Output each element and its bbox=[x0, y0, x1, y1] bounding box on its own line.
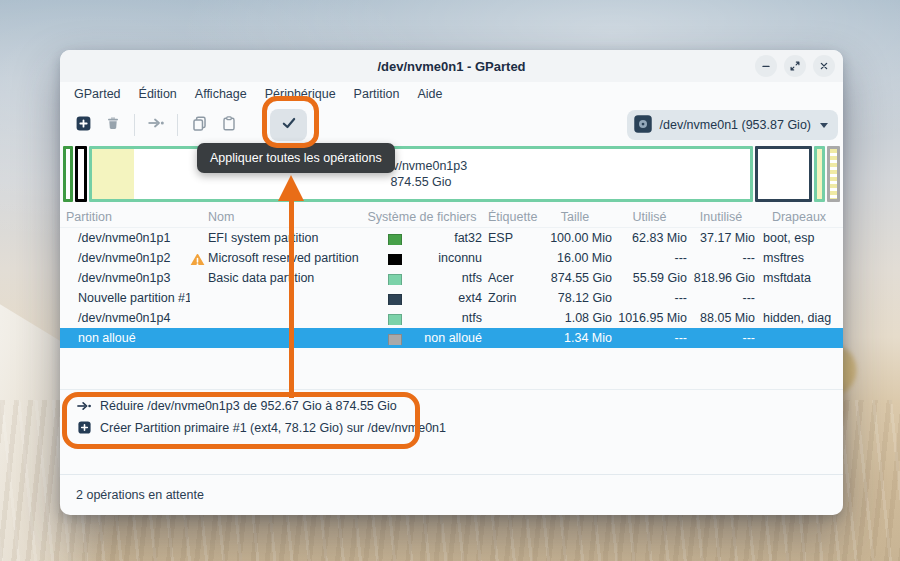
menu-gparted[interactable]: GParted bbox=[65, 87, 130, 101]
filesystem-color-swatch bbox=[388, 334, 402, 345]
cell-filesystem: inconnu bbox=[360, 251, 484, 265]
header-partition[interactable]: Partition bbox=[60, 210, 190, 224]
cell-utilise: 62.83 Mio bbox=[612, 231, 687, 245]
table-row[interactable]: /dev/nvme0n1p4 ntfs 1.08 Gio 1016.95 Mio… bbox=[60, 308, 843, 328]
apply-operations-button[interactable] bbox=[270, 109, 307, 141]
filesystem-color-swatch bbox=[388, 314, 402, 325]
maximize-icon bbox=[789, 60, 801, 72]
cell-drapeaux: msftres bbox=[755, 251, 843, 265]
cell-taille: 874.55 Gio bbox=[538, 271, 612, 285]
header-etiquette[interactable]: Étiquette bbox=[484, 210, 538, 224]
menu-bar: GParted Édition Affichage Périphérique P… bbox=[60, 82, 843, 106]
device-selector-label: /dev/nvme0n1 (953.87 Gio) bbox=[660, 118, 811, 132]
disk-segment-nvme0n1p2[interactable] bbox=[75, 146, 87, 202]
disk-segment-non-alloue[interactable] bbox=[827, 146, 840, 202]
minimize-icon bbox=[760, 60, 772, 72]
copy-button[interactable] bbox=[184, 110, 214, 140]
header-drapeaux[interactable]: Drapeaux bbox=[755, 210, 843, 224]
header-taille[interactable]: Taille bbox=[538, 210, 612, 224]
table-row[interactable]: Nouvelle partition #1 ext4 Zorin 78.12 G… bbox=[60, 288, 843, 308]
cell-taille: 1.34 Mio bbox=[538, 331, 612, 345]
toolbar: /dev/nvme0n1 (953.87 Gio) bbox=[60, 106, 843, 144]
cell-partition: /dev/nvme0n1p2 bbox=[60, 251, 190, 265]
cell-partition: /dev/nvme0n1p1 bbox=[60, 231, 190, 245]
close-button[interactable] bbox=[813, 55, 835, 77]
header-utilise[interactable]: Utilisé bbox=[612, 210, 687, 224]
menu-aide[interactable]: Aide bbox=[408, 87, 451, 101]
cell-taille: 1.08 Gio bbox=[538, 311, 612, 325]
paste-icon bbox=[221, 115, 237, 136]
minimize-button[interactable] bbox=[755, 55, 777, 77]
cell-inutilise: 37.17 Mio bbox=[687, 231, 755, 245]
disk-segment-nvme0n1p1[interactable] bbox=[63, 146, 73, 202]
cell-utilise: 55.59 Gio bbox=[612, 271, 687, 285]
cell-utilise: --- bbox=[612, 291, 687, 305]
filesystem-color-swatch bbox=[388, 254, 402, 265]
cell-partition: Nouvelle partition #1 bbox=[60, 291, 190, 305]
new-partition-icon bbox=[76, 420, 92, 436]
gparted-window: /dev/nvme0n1 - GParted GParted Édition A… bbox=[60, 50, 843, 515]
device-selector[interactable]: /dev/nvme0n1 (953.87 Gio) bbox=[627, 110, 838, 140]
menu-partition[interactable]: Partition bbox=[345, 87, 409, 101]
cell-inutilise: --- bbox=[687, 251, 755, 265]
cell-drapeaux: msftdata bbox=[755, 271, 843, 285]
table-header: Partition Nom Système de fichiers Étique… bbox=[60, 206, 843, 228]
menu-affichage[interactable]: Affichage bbox=[186, 87, 256, 101]
toolbar-separator bbox=[134, 114, 135, 136]
filesystem-color-swatch bbox=[388, 294, 402, 305]
cell-etiquette: Zorin bbox=[484, 291, 538, 305]
apply-check-icon bbox=[280, 114, 298, 136]
copy-icon bbox=[191, 115, 208, 136]
pending-operation-row[interactable]: Créer Partition primaire #1 (ext4, 78.12… bbox=[60, 417, 843, 439]
cell-drapeaux: boot, esp bbox=[755, 231, 843, 245]
menu-edition[interactable]: Édition bbox=[130, 87, 186, 101]
disk-segment-nouvelle-partition-1[interactable] bbox=[755, 146, 812, 202]
cell-taille: 78.12 Gio bbox=[538, 291, 612, 305]
paste-button[interactable] bbox=[214, 110, 244, 140]
cell-nom: Basic data partition bbox=[190, 271, 360, 285]
cell-drapeaux: hidden, diag bbox=[755, 311, 843, 325]
status-text: 2 opérations en attente bbox=[76, 488, 204, 502]
operation-text: Réduire /dev/nvme0n1p3 de 952.67 Gio à 8… bbox=[100, 399, 397, 413]
pending-operation-row[interactable]: Réduire /dev/nvme0n1p3 de 952.67 Gio à 8… bbox=[60, 395, 843, 417]
operation-text: Créer Partition primaire #1 (ext4, 78.12… bbox=[100, 421, 446, 435]
cell-filesystem: fat32 bbox=[360, 231, 484, 245]
new-partition-icon bbox=[75, 115, 92, 136]
cell-taille: 100.00 Mio bbox=[538, 231, 612, 245]
cell-inutilise: 88.05 Mio bbox=[687, 311, 755, 325]
table-row[interactable]: /dev/nvme0n1p1 EFI system partition fat3… bbox=[60, 228, 843, 248]
close-icon bbox=[818, 60, 830, 72]
cell-partition: non alloué bbox=[60, 331, 190, 345]
cell-filesystem: ntfs bbox=[360, 311, 484, 325]
table-row[interactable]: /dev/nvme0n1p2 Microsoft reserved partit… bbox=[60, 248, 843, 268]
menu-peripherique[interactable]: Périphérique bbox=[256, 87, 345, 101]
table-row[interactable]: non alloué non alloué 1.34 Mio --- --- bbox=[60, 328, 843, 348]
operations-pane: Réduire /dev/nvme0n1p3 de 952.67 Gio à 8… bbox=[60, 389, 843, 474]
cell-filesystem: ntfs bbox=[360, 271, 484, 285]
maximize-button[interactable] bbox=[784, 55, 806, 77]
table-row[interactable]: /dev/nvme0n1p3 Basic data partition ntfs… bbox=[60, 268, 843, 288]
disk-segment-nvme0n1p4[interactable] bbox=[814, 146, 825, 202]
cell-partition: /dev/nvme0n1p3 bbox=[60, 271, 190, 285]
header-systeme-fichiers[interactable]: Système de fichiers bbox=[360, 210, 484, 224]
warning-icon bbox=[190, 253, 205, 265]
status-bar: 2 opérations en attente bbox=[60, 474, 843, 516]
disk-segment-nvme0n1p3[interactable]: /dev/nvme0n1p3 874.55 Gio bbox=[89, 146, 753, 202]
cell-utilise: 1016.95 Mio bbox=[612, 311, 687, 325]
resize-icon bbox=[76, 398, 92, 414]
apply-tooltip: Appliquer toutes les opérations bbox=[197, 143, 395, 173]
desktop-background: /dev/nvme0n1 - GParted GParted Édition A… bbox=[0, 0, 900, 561]
cell-utilise: --- bbox=[612, 331, 687, 345]
trash-icon bbox=[105, 115, 121, 135]
new-partition-button[interactable] bbox=[68, 110, 98, 140]
cell-inutilise: --- bbox=[687, 291, 755, 305]
header-inutilise[interactable]: Inutilisé bbox=[687, 210, 755, 224]
header-nom[interactable]: Nom bbox=[190, 210, 360, 224]
cell-utilise: --- bbox=[612, 251, 687, 265]
cell-filesystem: ext4 bbox=[360, 291, 484, 305]
title-bar[interactable]: /dev/nvme0n1 - GParted bbox=[60, 50, 843, 82]
delete-partition-button[interactable] bbox=[98, 110, 128, 140]
cell-inutilise: 818.96 Gio bbox=[687, 271, 755, 285]
cell-nom: Microsoft reserved partition bbox=[190, 251, 360, 265]
resize-move-button[interactable] bbox=[141, 110, 171, 140]
